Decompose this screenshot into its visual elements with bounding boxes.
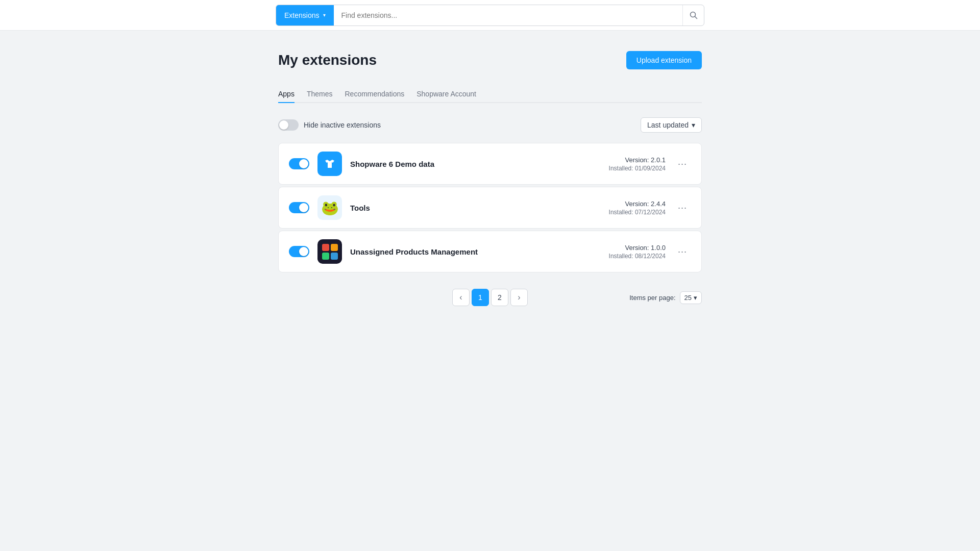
- hide-inactive-toggle[interactable]: [278, 119, 299, 131]
- prev-page-button[interactable]: ‹: [452, 289, 470, 306]
- toggle-knob: [279, 120, 288, 130]
- grid-cell-4: [331, 253, 338, 260]
- extension-toggle-unassigned[interactable]: [289, 246, 309, 257]
- per-page-chevron-icon: ▾: [694, 294, 697, 302]
- extension-icon-tools: 🐸: [317, 195, 342, 220]
- extension-version-shopware-demo: Version: 2.0.1: [609, 156, 666, 164]
- search-icon: [690, 11, 698, 19]
- tab-shopware-account[interactable]: Shopware Account: [416, 86, 476, 103]
- extension-toggle-shopware-demo[interactable]: [289, 158, 309, 169]
- extension-list: Shopware 6 Demo data Version: 2.0.1 Inst…: [278, 143, 702, 272]
- extension-item-tools: 🐸 Tools Version: 2.4.4 Installed: 07/12/…: [278, 187, 702, 229]
- toggle-knob: [299, 247, 308, 256]
- extension-meta-shopware-demo: Version: 2.0.1 Installed: 01/09/2024: [609, 156, 666, 172]
- toggle-knob: [299, 203, 308, 212]
- items-per-page: Items per page: 25 ▾: [629, 291, 702, 304]
- toggle-knob: [299, 159, 308, 168]
- items-per-page-label: Items per page:: [629, 294, 675, 302]
- extension-meta-tools: Version: 2.4.4 Installed: 07/12/2024: [609, 200, 666, 216]
- next-page-button[interactable]: ›: [510, 289, 528, 306]
- pagination: ‹ 1 2 ›: [452, 289, 528, 306]
- extension-version-unassigned: Version: 1.0.0: [609, 244, 666, 252]
- extension-name-tools: Tools: [350, 204, 601, 212]
- pagination-area: ‹ 1 2 › Items per page: 25 ▾: [278, 289, 702, 306]
- tabs: Apps Themes Recommendations Shopware Acc…: [278, 86, 702, 103]
- extension-installed-tools: Installed: 07/12/2024: [609, 209, 666, 216]
- extension-installed-unassigned: Installed: 08/12/2024: [609, 253, 666, 260]
- search-wrapper: Extensions ▾: [276, 5, 704, 26]
- upload-extension-button[interactable]: Upload extension: [626, 51, 702, 69]
- chevron-down-icon: ▾: [323, 12, 326, 18]
- extensions-dropdown-button[interactable]: Extensions ▾: [276, 5, 334, 26]
- tab-apps[interactable]: Apps: [278, 86, 295, 103]
- per-page-value: 25: [684, 294, 692, 302]
- extension-name-shopware-demo: Shopware 6 Demo data: [350, 160, 601, 168]
- per-page-select[interactable]: 25 ▾: [680, 291, 702, 304]
- main-content: My extensions Upload extension Apps Them…: [268, 31, 712, 327]
- hide-inactive-wrapper: Hide inactive extensions: [278, 119, 381, 131]
- hide-inactive-label: Hide inactive extensions: [304, 121, 381, 129]
- extension-name-unassigned: Unassigned Products Management: [350, 247, 601, 256]
- extension-meta-unassigned: Version: 1.0.0 Installed: 08/12/2024: [609, 244, 666, 260]
- frog-emoji-icon: 🐸: [321, 199, 339, 216]
- tab-recommendations[interactable]: Recommendations: [345, 86, 405, 103]
- filter-bar: Hide inactive extensions Last updated ▾: [278, 117, 702, 133]
- search-input[interactable]: [334, 5, 682, 26]
- extensions-label: Extensions: [284, 11, 319, 19]
- extension-icon-unassigned: [317, 239, 342, 264]
- grid-cell-2: [331, 244, 338, 251]
- topbar: Extensions ▾: [0, 0, 980, 31]
- grid-cell-1: [322, 244, 329, 251]
- search-button[interactable]: [682, 5, 704, 26]
- extension-icon-shopware-demo: [317, 152, 342, 176]
- shirt-icon: [323, 157, 337, 171]
- grid-cell-3: [322, 253, 329, 260]
- extension-item-shopware-demo: Shopware 6 Demo data Version: 2.0.1 Inst…: [278, 143, 702, 185]
- extension-toggle-tools[interactable]: [289, 202, 309, 213]
- extension-item-unassigned: Unassigned Products Management Version: …: [278, 231, 702, 272]
- sort-chevron-icon: ▾: [692, 121, 695, 129]
- extension-more-button-tools[interactable]: ···: [674, 201, 691, 215]
- sort-label: Last updated: [647, 121, 689, 129]
- extension-version-tools: Version: 2.4.4: [609, 200, 666, 208]
- extension-more-button-shopware-demo[interactable]: ···: [674, 157, 691, 171]
- page-title: My extensions: [278, 52, 377, 68]
- svg-line-1: [695, 16, 697, 18]
- grid-icon: [318, 240, 342, 264]
- extension-more-button-unassigned[interactable]: ···: [674, 244, 691, 259]
- page-2-button[interactable]: 2: [491, 289, 508, 306]
- page-1-button[interactable]: 1: [472, 289, 489, 306]
- page-header: My extensions Upload extension: [278, 51, 702, 69]
- tab-themes[interactable]: Themes: [307, 86, 333, 103]
- extension-installed-shopware-demo: Installed: 01/09/2024: [609, 165, 666, 172]
- sort-dropdown[interactable]: Last updated ▾: [641, 117, 702, 133]
